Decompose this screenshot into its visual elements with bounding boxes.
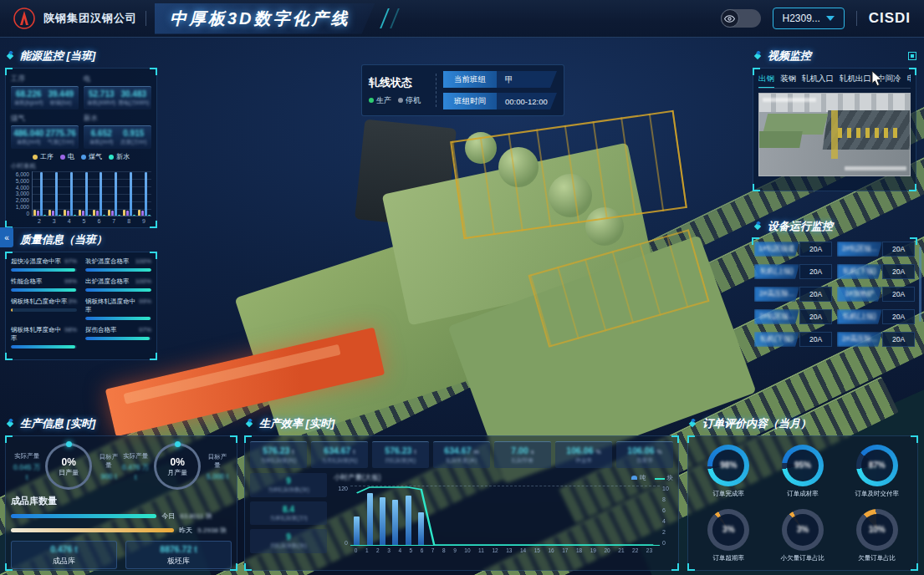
- axis-tick: 4: [68, 218, 71, 224]
- quality-label: 性能合格率: [11, 277, 43, 286]
- equipment-label: 轧机(下辊): [837, 264, 882, 279]
- bar-group: [93, 171, 105, 216]
- equipment-panel-body: 1#轧区辊道20A2#轧区辊...20A轧机(上辊)20A轧机(下辊)20A2#…: [753, 238, 916, 350]
- gauge-actual: 实际产量0.045 万t: [13, 452, 41, 481]
- progress-track: [85, 337, 151, 340]
- stat-label: 当月轧制量(吨): [313, 457, 366, 465]
- status-chip-label: 班组时间: [443, 93, 497, 109]
- equipment-item: 1#加热炉20A: [837, 287, 915, 302]
- efficiency-stat-card: 7.00 s轧制节奏: [494, 441, 551, 468]
- axis-tick: 4: [398, 547, 401, 553]
- energy-group-name: 煤气: [11, 114, 79, 124]
- axis-tick: 1: [365, 547, 369, 553]
- video-tab-轧机出口[interactable]: 轧机出口: [840, 74, 871, 84]
- video-tab-电动辊道[interactable]: 电动辊道: [907, 74, 911, 84]
- quality-item: 性能合格率99%: [11, 277, 77, 292]
- video-frame-wall: [759, 94, 910, 112]
- legend-dot-icon: [109, 155, 114, 160]
- axis-tick: 12: [492, 547, 498, 553]
- bar: [145, 172, 147, 216]
- order-ring-circle: 3%: [782, 509, 824, 551]
- quality-items-grid: 超快冷温度命中率97%装炉温度合格率100%性能合格率99%出炉温度合格率100…: [11, 257, 151, 349]
- bar-group: [123, 171, 135, 216]
- equipment-item: 轧机(上辊)20A: [754, 264, 832, 279]
- order-ring-label: 订单完成率: [713, 490, 745, 498]
- chevron-down-icon: [826, 16, 835, 21]
- status-chip: 班组时间00:00-12:00: [443, 93, 557, 109]
- stat-unit: t: [292, 449, 294, 455]
- visibility-toggle[interactable]: [721, 9, 761, 28]
- axis-tick: 9: [142, 218, 145, 224]
- axis-tick: 1,000: [11, 204, 29, 210]
- bar: [133, 215, 135, 216]
- progress-fill: [85, 268, 151, 272]
- energy-group: 新水6.652单耗(m³/t)0.915总量(万m³): [84, 113, 151, 149]
- efficiency-side-box: 9当班轧制块数(块): [250, 473, 327, 497]
- bar: [123, 210, 125, 216]
- equipment-value: 20A: [799, 242, 832, 257]
- status-legend-item: 停机: [398, 95, 421, 106]
- order-select-dropdown[interactable]: H2309...: [773, 8, 845, 29]
- bar: [37, 211, 39, 216]
- panel-energy-monitor: 能源监控 [当班] 工序68.226单耗(kgce/t)39.449标煤(tce…: [5, 48, 157, 228]
- equipment-item: 2#高压除...20A: [754, 287, 832, 302]
- stat-label: 日轧制量(吨): [374, 457, 427, 465]
- energy-metric-label: 单耗(m³/t): [13, 139, 45, 146]
- equipment-scrollbar[interactable]: [919, 247, 921, 322]
- stat-unit: t: [353, 449, 355, 455]
- gauge-target: 目标产量5,000 t: [205, 453, 230, 481]
- eye-icon: [721, 9, 739, 28]
- video-tab-装钢[interactable]: 装钢: [780, 74, 796, 84]
- order-ring-value: 98%: [720, 461, 737, 470]
- stock-bar-row: 昨天5.2938 块: [11, 526, 232, 535]
- efficiency-side-box: 8.4当班轧制量(万t): [250, 501, 327, 526]
- bar: [130, 172, 132, 216]
- progress-track: [85, 288, 151, 292]
- panel-expand-icon[interactable]: [908, 52, 916, 60]
- axis-tick: 23: [646, 547, 652, 553]
- axis-tick: 2,000: [11, 197, 29, 203]
- gauge-actual: 实际产量0.476 万t: [121, 452, 150, 481]
- equipment-item: 2#高压除...20A: [837, 332, 915, 347]
- efficiency-stat-card: 106.06 %负荷率: [616, 441, 673, 468]
- legend-label: 工序: [40, 152, 54, 161]
- quality-percent: 99%: [64, 277, 77, 286]
- energy-metric: 30.483用电(万kWh): [118, 89, 151, 107]
- axis-tick: 3: [53, 218, 56, 224]
- bar: [33, 210, 36, 216]
- bar: [108, 210, 110, 216]
- status-legend-label: 生产: [376, 95, 391, 106]
- stat-label: 轧制节奏: [496, 457, 549, 465]
- equipment-panel-title: 设备运行监控: [753, 219, 916, 234]
- ring-gauge: 0%日产量: [45, 443, 92, 490]
- video-tab-出钢[interactable]: 出钢: [758, 74, 774, 84]
- video-camera-label-overlay: [845, 166, 906, 170]
- axis-tick: 10: [662, 486, 673, 491]
- energy-metric-value: 0.915: [118, 129, 151, 138]
- orders-panel-body: 98%订单完成率95%订单成材率87%订单及时交付率3%订单超期率3%小欠量订单…: [687, 435, 918, 571]
- energy-metric: 68.226单耗(kgce/t): [13, 89, 45, 107]
- header-divider: [145, 11, 146, 26]
- stat-unit: %: [595, 449, 600, 455]
- panel-order-evaluation: 订单评价内容（当月） 98%订单完成率95%订单成材率87%订单及时交付率3%订…: [687, 416, 918, 571]
- order-ring-circle: 98%: [707, 445, 749, 486]
- energy-group: 煤气486.040单耗(m³/t)2775.76气量(万m³): [11, 113, 79, 149]
- bar-group: [138, 171, 151, 216]
- video-feed[interactable]: [758, 93, 911, 176]
- video-tab-轧机入口[interactable]: 轧机入口: [802, 74, 834, 84]
- order-select-value: H2309...: [782, 13, 819, 24]
- order-ring-value: 3%: [797, 525, 809, 534]
- progress-track: [85, 317, 151, 320]
- panel-collapse-handle[interactable]: «: [0, 227, 13, 247]
- energy-chart-legend: 工序电煤气新水: [11, 152, 151, 161]
- axis-tick: 20: [605, 547, 610, 553]
- order-ring-label: 欠量订单占比: [858, 554, 896, 562]
- bar-group: [108, 171, 120, 216]
- energy-chart-bars: [32, 171, 151, 216]
- axis-tick: 6: [662, 507, 673, 513]
- mouse-cursor: [871, 70, 883, 87]
- video-frame-crane: [831, 110, 837, 160]
- equipment-label: 轧机(下辊): [754, 332, 799, 347]
- efficiency-panel-title: 生产效率 [实时]: [244, 416, 679, 431]
- order-ring-label: 订单超期率: [713, 554, 745, 562]
